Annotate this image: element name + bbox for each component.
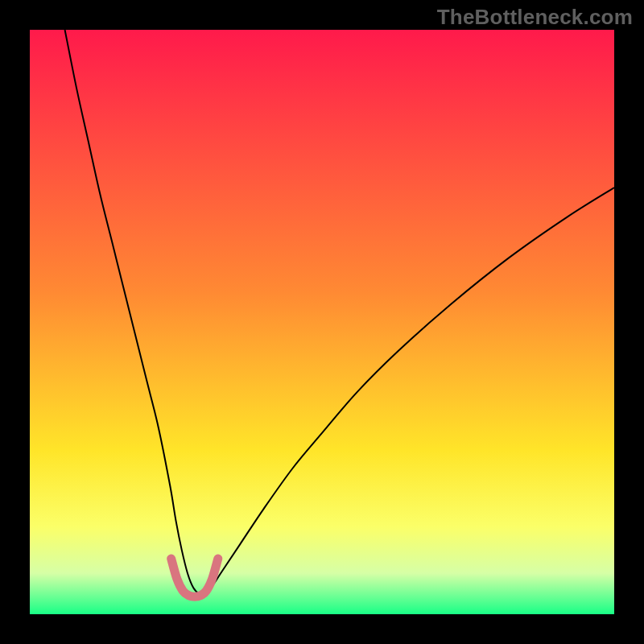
gradient-background xyxy=(30,30,614,614)
watermark-text: TheBottleneck.com xyxy=(437,5,633,30)
chart-frame: TheBottleneck.com xyxy=(0,0,644,644)
plot-svg xyxy=(30,30,614,614)
plot-area xyxy=(30,30,614,614)
